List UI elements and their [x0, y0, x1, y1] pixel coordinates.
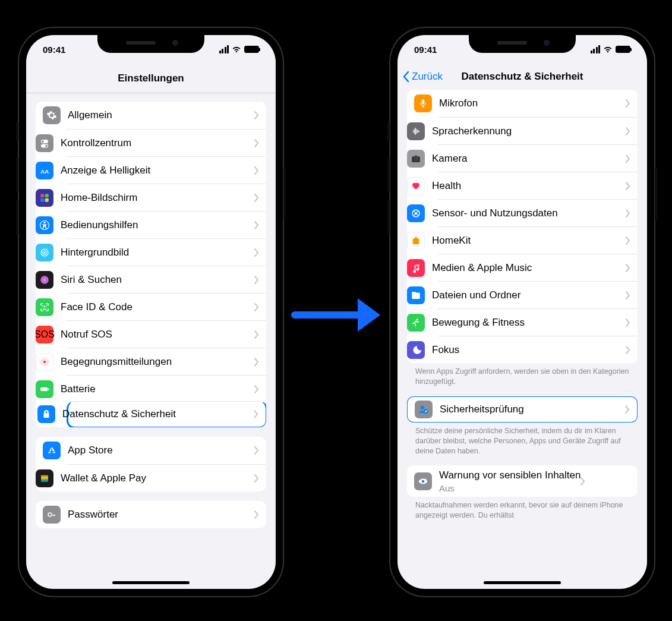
row-focus[interactable]: Fokus [438, 336, 638, 363]
row-label: Hintergrundbild [61, 246, 254, 259]
chevron-right-icon [254, 330, 259, 339]
notch [97, 35, 204, 53]
row-display[interactable]: AAAnzeige & Helligkeit [67, 156, 266, 184]
screen-right: 09:41 Zurück Datenschutz & Sicherheit Mi… [397, 35, 647, 589]
wifi-icon [232, 45, 241, 54]
svg-rect-18 [40, 387, 48, 391]
row-wallpaper[interactable]: Hintergrundbild [67, 238, 266, 266]
row-home-screen[interactable]: Home-Bildschirm [67, 184, 266, 211]
chevron-right-icon [254, 358, 259, 366]
row-camera[interactable]: Kamera [438, 144, 638, 172]
chevron-right-icon [254, 446, 259, 455]
cellular-icon [591, 45, 601, 53]
screen-left: 09:41 Einstellungen AllgemeinKontrollzen… [26, 35, 276, 589]
svg-rect-6 [45, 194, 49, 197]
row-detail-label: Aus [439, 483, 580, 493]
media-icon [407, 259, 425, 277]
row-label: Medien & Apple Music [432, 261, 626, 274]
svg-rect-19 [48, 388, 49, 390]
volume-down-button [16, 200, 18, 235]
row-sos[interactable]: SOSNotruf SOS [67, 320, 266, 348]
chevron-right-icon [626, 182, 630, 190]
row-label: Kontrollzentrum [61, 137, 254, 149]
row-general[interactable]: Allgemein [36, 102, 266, 129]
chevron-right-icon [254, 194, 259, 202]
svg-point-10 [44, 222, 46, 223]
back-button[interactable]: Zurück [402, 71, 443, 83]
svg-rect-24 [41, 475, 48, 477]
mute-switch [16, 122, 18, 141]
row-wallet[interactable]: Wallet & Apple Pay [67, 464, 266, 491]
row-siri[interactable]: Siri & Suchen [67, 266, 266, 293]
sensor-icon [407, 204, 425, 222]
row-label: Face ID & Code [61, 301, 254, 313]
svg-rect-25 [41, 477, 48, 478]
exposure-icon [36, 353, 53, 371]
svg-point-33 [417, 319, 418, 320]
row-label: Siri & Suchen [61, 273, 254, 286]
settings-list[interactable]: AllgemeinKontrollzentrumAAAnzeige & Hell… [26, 93, 276, 589]
row-sensor[interactable]: Sensor- und Nutzungsdaten [438, 199, 638, 226]
svg-rect-26 [41, 478, 48, 480]
row-microphone[interactable]: Mikrofon [407, 90, 638, 117]
camera-icon [407, 150, 425, 168]
wallpaper-icon [36, 244, 53, 261]
row-safety-check[interactable]: Sicherheitsprüfung [407, 396, 638, 423]
row-exposure[interactable]: Begegnungsmitteilungen [67, 348, 266, 375]
svg-rect-22 [48, 452, 51, 453]
row-appstore[interactable]: App Store [36, 437, 266, 464]
row-accessibility[interactable]: Bedienungshilfen [67, 211, 266, 238]
chevron-right-icon [626, 291, 630, 300]
svg-point-15 [43, 360, 46, 363]
row-label: Bewegung & Fitness [432, 316, 626, 329]
page-title: Einstellungen [118, 72, 184, 84]
row-motion[interactable]: Bewegung & Fitness [438, 308, 638, 336]
row-privacy[interactable]: Datenschutz & Sicherheit [67, 401, 266, 427]
sensitive-content-group: Warnung vor sensiblen InhaltenAus [407, 465, 638, 496]
battery-icon [36, 380, 53, 398]
svg-point-36 [422, 480, 425, 483]
row-health[interactable]: Health [438, 172, 638, 199]
row-speech[interactable]: Spracherkennung [438, 117, 638, 144]
navigation-arrow [291, 297, 380, 333]
chevron-right-icon [626, 209, 630, 217]
row-files[interactable]: Dateien und Ordner [438, 281, 638, 308]
row-label: Wallet & Apple Pay [61, 472, 254, 484]
row-label: Batterie [61, 383, 254, 395]
row-passwords[interactable]: Passwörter [36, 501, 266, 528]
chevron-right-icon [254, 111, 259, 119]
home-indicator[interactable] [112, 581, 190, 584]
chevron-right-icon [254, 510, 259, 519]
home-indicator[interactable] [484, 581, 561, 584]
mute-switch [387, 122, 390, 141]
svg-point-34 [421, 406, 424, 409]
settings-group-2: App StoreWallet & Apple Pay [36, 437, 266, 491]
row-battery[interactable]: Batterie [67, 375, 266, 402]
row-label: Health [432, 179, 626, 192]
row-label: Mikrofon [439, 97, 626, 109]
focus-icon [407, 341, 425, 359]
safety-check-icon [415, 401, 433, 418]
row-faceid[interactable]: Face ID & Code [67, 293, 266, 320]
row-sensitive-content[interactable]: Warnung vor sensiblen InhaltenAus [407, 465, 638, 496]
sos-icon: SOS [36, 326, 53, 343]
status-icons [591, 45, 631, 54]
row-label: Allgemein [68, 109, 254, 121]
phone-left: 09:41 Einstellungen AllgemeinKontrollzen… [18, 27, 284, 597]
row-label: Bedienungshilfen [61, 219, 254, 231]
chevron-right-icon [580, 477, 585, 486]
privacy-list[interactable]: MikrofonSpracherkennungKameraHealthSenso… [397, 90, 647, 589]
svg-rect-5 [40, 194, 44, 197]
battery-icon [616, 46, 630, 53]
chevron-right-icon [626, 99, 630, 108]
chevron-right-icon [254, 276, 259, 284]
svg-rect-8 [45, 198, 49, 201]
control-center-icon [36, 134, 53, 152]
volume-up-button [387, 157, 390, 192]
row-homekit[interactable]: HomeKit [438, 226, 638, 254]
arrow-head-icon [358, 298, 380, 332]
row-control-center[interactable]: Kontrollzentrum [67, 129, 266, 156]
chevron-right-icon [254, 385, 259, 393]
svg-point-28 [48, 513, 52, 516]
row-media[interactable]: Medien & Apple Music [438, 254, 638, 281]
